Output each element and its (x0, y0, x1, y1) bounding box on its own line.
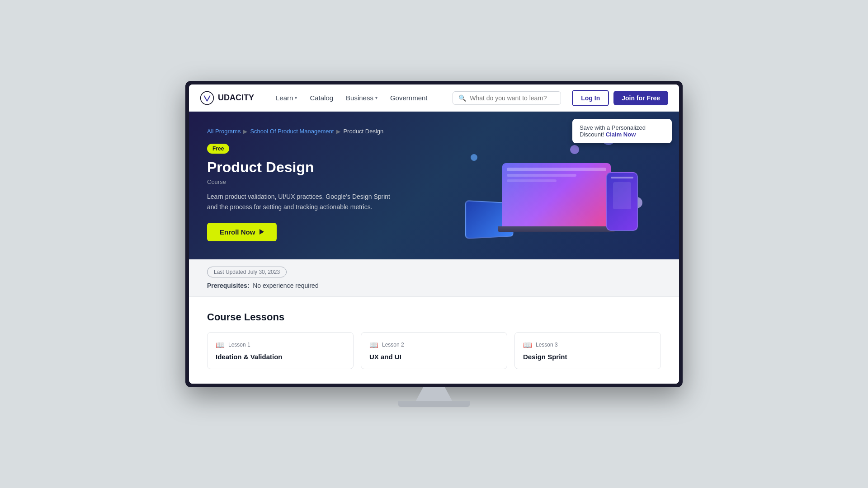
nav-government[interactable]: Government (385, 90, 433, 105)
lesson-card-3[interactable]: 📖 Lesson 3 Design Sprint (514, 332, 661, 369)
laptop-base (498, 226, 615, 232)
discount-banner: Save with a Personalized Discount! Claim… (572, 119, 672, 143)
login-button[interactable]: Log In (572, 90, 609, 106)
search-input[interactable] (470, 94, 555, 102)
tech-illustration (462, 127, 651, 244)
lesson-1-icon: 📖 (216, 341, 225, 349)
nav-actions: Log In Join for Free (572, 90, 668, 106)
last-updated-badge: Last Updated July 30, 2023 (207, 267, 287, 277)
lesson-3-number: Lesson 3 (536, 342, 558, 348)
join-button[interactable]: Join for Free (613, 91, 668, 105)
nav-learn[interactable]: Learn ▾ (270, 90, 302, 105)
business-chevron-icon: ▾ (375, 95, 377, 100)
stand-base (398, 401, 470, 407)
prerequisites-value: No experience required (253, 282, 319, 289)
monitor-stand (398, 387, 470, 407)
lesson-card-1[interactable]: 📖 Lesson 1 Ideation & Validation (207, 332, 354, 369)
lesson-1-title: Ideation & Validation (216, 353, 345, 361)
nav-catalog[interactable]: Catalog (304, 90, 339, 105)
laptop-screen (502, 163, 611, 226)
nav-business[interactable]: Business ▾ (340, 90, 383, 105)
prerequisites: Prerequisites: No experience required (207, 282, 661, 289)
claim-link[interactable]: Claim Now (606, 131, 636, 138)
lesson-1-header: 📖 Lesson 1 (216, 341, 345, 349)
meta-bar: Last Updated July 30, 2023 Prerequisites… (189, 259, 679, 297)
lesson-3-header: 📖 Lesson 3 (523, 341, 652, 349)
orb-3 (471, 154, 477, 161)
section-title: Course Lessons (207, 311, 661, 323)
lesson-2-icon: 📖 (369, 341, 378, 349)
orb-2 (570, 145, 579, 154)
lesson-2-header: 📖 Lesson 2 (369, 341, 499, 349)
search-icon: 🔍 (458, 94, 466, 102)
breadcrumb-sep-1: ▶ (243, 128, 247, 135)
search-box: 🔍 (453, 91, 561, 105)
lesson-1-number: Lesson 1 (228, 342, 250, 348)
logo[interactable]: UDACITY (200, 91, 254, 105)
stand-neck (416, 387, 452, 401)
prerequisites-label: Prerequisites: (207, 282, 249, 289)
brand-name: UDACITY (218, 93, 254, 103)
hero-section: All Programs ▶ School Of Product Managem… (189, 112, 679, 259)
course-title: Product Design (207, 159, 457, 176)
lesson-2-number: Lesson 2 (382, 342, 404, 348)
hero-content: Free Product Design Course Learn product… (207, 144, 457, 241)
breadcrumb-sep-2: ▶ (336, 128, 340, 135)
lesson-3-title: Design Sprint (523, 353, 652, 361)
play-icon (259, 229, 264, 235)
laptop-shape (498, 163, 615, 235)
breadcrumb-all-programs[interactable]: All Programs (207, 128, 241, 135)
phone-shape (606, 172, 638, 231)
course-lessons-section: Course Lessons 📖 Lesson 1 Ideation & Val… (189, 297, 679, 384)
free-badge: Free (207, 144, 229, 154)
learn-chevron-icon: ▾ (295, 95, 297, 100)
navbar: UDACITY Learn ▾ Catalog Business ▾ (189, 84, 679, 112)
course-description: Learn product validation, UI/UX practice… (207, 192, 397, 212)
lesson-card-2[interactable]: 📖 Lesson 2 UX and UI (361, 332, 507, 369)
breadcrumb-current: Product Design (343, 128, 383, 135)
lesson-3-icon: 📖 (523, 341, 532, 349)
enroll-button[interactable]: Enroll Now (207, 223, 277, 241)
svg-point-0 (201, 91, 214, 104)
breadcrumb-school[interactable]: School Of Product Management (250, 128, 334, 135)
lesson-2-title: UX and UI (369, 353, 499, 361)
lessons-grid: 📖 Lesson 1 Ideation & Validation 📖 Lesso… (207, 332, 661, 369)
course-type: Course (207, 178, 457, 185)
nav-links: Learn ▾ Catalog Business ▾ Government (270, 90, 442, 105)
